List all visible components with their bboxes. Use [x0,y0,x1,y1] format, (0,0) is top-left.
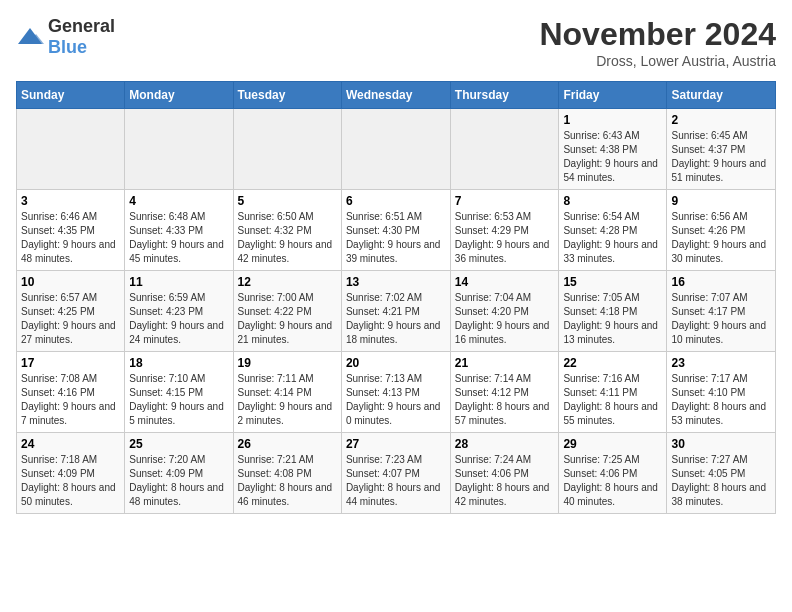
day-info: Sunrise: 7:13 AMSunset: 4:13 PMDaylight:… [346,372,446,428]
day-info: Sunrise: 7:14 AMSunset: 4:12 PMDaylight:… [455,372,555,428]
table-row: 6 Sunrise: 6:51 AMSunset: 4:30 PMDayligh… [341,190,450,271]
table-row: 30 Sunrise: 7:27 AMSunset: 4:05 PMDaylig… [667,433,776,514]
day-info: Sunrise: 7:25 AMSunset: 4:06 PMDaylight:… [563,453,662,509]
day-number: 29 [563,437,662,451]
day-number: 30 [671,437,771,451]
day-number: 23 [671,356,771,370]
day-number: 14 [455,275,555,289]
day-info: Sunrise: 7:23 AMSunset: 4:07 PMDaylight:… [346,453,446,509]
table-row: 7 Sunrise: 6:53 AMSunset: 4:29 PMDayligh… [450,190,559,271]
day-number: 24 [21,437,120,451]
table-row: 1 Sunrise: 6:43 AMSunset: 4:38 PMDayligh… [559,109,667,190]
day-number: 26 [238,437,337,451]
location-title: Dross, Lower Austria, Austria [539,53,776,69]
day-info: Sunrise: 7:11 AMSunset: 4:14 PMDaylight:… [238,372,337,428]
table-row: 17 Sunrise: 7:08 AMSunset: 4:16 PMDaylig… [17,352,125,433]
calendar-week-row: 17 Sunrise: 7:08 AMSunset: 4:16 PMDaylig… [17,352,776,433]
table-row: 23 Sunrise: 7:17 AMSunset: 4:10 PMDaylig… [667,352,776,433]
header-thursday: Thursday [450,82,559,109]
table-row: 9 Sunrise: 6:56 AMSunset: 4:26 PMDayligh… [667,190,776,271]
table-row [233,109,341,190]
day-info: Sunrise: 7:04 AMSunset: 4:20 PMDaylight:… [455,291,555,347]
day-info: Sunrise: 7:05 AMSunset: 4:18 PMDaylight:… [563,291,662,347]
logo: General Blue [16,16,115,58]
header-tuesday: Tuesday [233,82,341,109]
table-row: 21 Sunrise: 7:14 AMSunset: 4:12 PMDaylig… [450,352,559,433]
table-row: 8 Sunrise: 6:54 AMSunset: 4:28 PMDayligh… [559,190,667,271]
day-info: Sunrise: 6:45 AMSunset: 4:37 PMDaylight:… [671,129,771,185]
day-info: Sunrise: 6:57 AMSunset: 4:25 PMDaylight:… [21,291,120,347]
day-info: Sunrise: 6:50 AMSunset: 4:32 PMDaylight:… [238,210,337,266]
day-info: Sunrise: 6:59 AMSunset: 4:23 PMDaylight:… [129,291,228,347]
weekday-header-row: Sunday Monday Tuesday Wednesday Thursday… [17,82,776,109]
table-row: 28 Sunrise: 7:24 AMSunset: 4:06 PMDaylig… [450,433,559,514]
table-row: 2 Sunrise: 6:45 AMSunset: 4:37 PMDayligh… [667,109,776,190]
calendar-week-row: 10 Sunrise: 6:57 AMSunset: 4:25 PMDaylig… [17,271,776,352]
day-number: 2 [671,113,771,127]
table-row: 10 Sunrise: 6:57 AMSunset: 4:25 PMDaylig… [17,271,125,352]
table-row: 4 Sunrise: 6:48 AMSunset: 4:33 PMDayligh… [125,190,233,271]
day-info: Sunrise: 7:18 AMSunset: 4:09 PMDaylight:… [21,453,120,509]
table-row: 20 Sunrise: 7:13 AMSunset: 4:13 PMDaylig… [341,352,450,433]
day-info: Sunrise: 7:17 AMSunset: 4:10 PMDaylight:… [671,372,771,428]
table-row: 29 Sunrise: 7:25 AMSunset: 4:06 PMDaylig… [559,433,667,514]
table-row: 5 Sunrise: 6:50 AMSunset: 4:32 PMDayligh… [233,190,341,271]
day-number: 20 [346,356,446,370]
header-friday: Friday [559,82,667,109]
day-number: 16 [671,275,771,289]
table-row: 15 Sunrise: 7:05 AMSunset: 4:18 PMDaylig… [559,271,667,352]
table-row [450,109,559,190]
day-number: 11 [129,275,228,289]
day-number: 17 [21,356,120,370]
header-wednesday: Wednesday [341,82,450,109]
day-number: 19 [238,356,337,370]
day-info: Sunrise: 6:56 AMSunset: 4:26 PMDaylight:… [671,210,771,266]
month-title: November 2024 [539,16,776,53]
day-info: Sunrise: 6:48 AMSunset: 4:33 PMDaylight:… [129,210,228,266]
calendar-week-row: 24 Sunrise: 7:18 AMSunset: 4:09 PMDaylig… [17,433,776,514]
day-number: 18 [129,356,228,370]
table-row [125,109,233,190]
table-row [17,109,125,190]
table-row: 3 Sunrise: 6:46 AMSunset: 4:35 PMDayligh… [17,190,125,271]
table-row: 12 Sunrise: 7:00 AMSunset: 4:22 PMDaylig… [233,271,341,352]
day-info: Sunrise: 6:54 AMSunset: 4:28 PMDaylight:… [563,210,662,266]
table-row: 27 Sunrise: 7:23 AMSunset: 4:07 PMDaylig… [341,433,450,514]
page-header: General Blue November 2024 Dross, Lower … [16,16,776,69]
day-number: 1 [563,113,662,127]
calendar-week-row: 1 Sunrise: 6:43 AMSunset: 4:38 PMDayligh… [17,109,776,190]
day-number: 10 [21,275,120,289]
day-number: 27 [346,437,446,451]
day-number: 13 [346,275,446,289]
day-number: 7 [455,194,555,208]
header-saturday: Saturday [667,82,776,109]
day-info: Sunrise: 7:24 AMSunset: 4:06 PMDaylight:… [455,453,555,509]
table-row: 16 Sunrise: 7:07 AMSunset: 4:17 PMDaylig… [667,271,776,352]
day-number: 21 [455,356,555,370]
day-info: Sunrise: 6:51 AMSunset: 4:30 PMDaylight:… [346,210,446,266]
table-row: 13 Sunrise: 7:02 AMSunset: 4:21 PMDaylig… [341,271,450,352]
calendar-week-row: 3 Sunrise: 6:46 AMSunset: 4:35 PMDayligh… [17,190,776,271]
day-info: Sunrise: 7:10 AMSunset: 4:15 PMDaylight:… [129,372,228,428]
day-info: Sunrise: 7:16 AMSunset: 4:11 PMDaylight:… [563,372,662,428]
day-number: 28 [455,437,555,451]
table-row: 11 Sunrise: 6:59 AMSunset: 4:23 PMDaylig… [125,271,233,352]
title-area: November 2024 Dross, Lower Austria, Aust… [539,16,776,69]
table-row: 19 Sunrise: 7:11 AMSunset: 4:14 PMDaylig… [233,352,341,433]
table-row: 22 Sunrise: 7:16 AMSunset: 4:11 PMDaylig… [559,352,667,433]
table-row: 18 Sunrise: 7:10 AMSunset: 4:15 PMDaylig… [125,352,233,433]
table-row: 14 Sunrise: 7:04 AMSunset: 4:20 PMDaylig… [450,271,559,352]
table-row: 24 Sunrise: 7:18 AMSunset: 4:09 PMDaylig… [17,433,125,514]
day-number: 8 [563,194,662,208]
day-number: 25 [129,437,228,451]
day-info: Sunrise: 7:08 AMSunset: 4:16 PMDaylight:… [21,372,120,428]
table-row: 26 Sunrise: 7:21 AMSunset: 4:08 PMDaylig… [233,433,341,514]
header-monday: Monday [125,82,233,109]
day-number: 12 [238,275,337,289]
logo-icon [16,26,44,48]
day-number: 5 [238,194,337,208]
day-info: Sunrise: 7:20 AMSunset: 4:09 PMDaylight:… [129,453,228,509]
table-row: 25 Sunrise: 7:20 AMSunset: 4:09 PMDaylig… [125,433,233,514]
calendar-table: Sunday Monday Tuesday Wednesday Thursday… [16,81,776,514]
logo-general: General [48,16,115,36]
